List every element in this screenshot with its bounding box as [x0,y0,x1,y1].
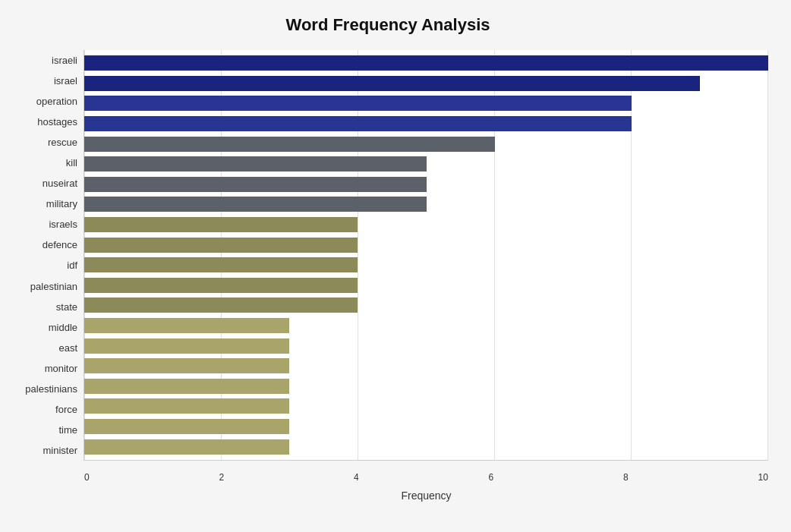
bar-row [84,378,768,395]
bar-row [84,75,768,92]
x-axis-title: Frequency [84,490,768,502]
bar-row [84,136,768,153]
bar [84,257,358,272]
bar [84,297,358,313]
y-label: israels [49,215,77,235]
x-tick: 6 [489,472,494,483]
bar [84,96,632,111]
bar-row [84,237,768,253]
bar [84,318,289,333]
bar-row [84,398,768,414]
y-label: force [55,399,77,419]
bar-row [84,156,768,172]
x-tick: 4 [354,472,359,483]
bar-row [84,418,768,435]
y-label: rescue [48,133,77,153]
bar-row [84,95,768,112]
y-label: military [46,194,77,214]
x-tick: 2 [219,472,225,483]
bar [84,177,427,192]
bar-row [84,257,768,273]
y-label: time [58,420,77,439]
bar [84,338,289,354]
bar [84,217,358,232]
y-label: palestinians [25,379,77,398]
bar [84,398,289,414]
bar-row [84,317,768,334]
x-tick: 8 [623,472,629,483]
y-label: kill [66,153,77,173]
bar [84,76,700,91]
bar-row [84,297,768,313]
y-label: idf [67,256,77,275]
bar [84,55,768,71]
y-label: israel [54,71,77,91]
y-label: operation [36,92,77,112]
bars-container [84,50,768,460]
y-label: palestinian [30,276,77,296]
bar-row [84,196,768,212]
y-label: east [58,338,77,357]
bar-row [84,338,768,354]
bar [84,197,427,212]
x-tick: 0 [84,472,90,483]
y-label: nuseirat [43,174,77,194]
bar [84,116,632,131]
x-tick: 10 [758,472,768,483]
y-axis: israeliisraeloperationhostagesrescuekill… [8,50,84,461]
plot-area: 0246810 Frequency [84,50,768,461]
chart-container: Word Frequency Analysis israeliisraelope… [0,0,791,532]
bar-row [84,216,768,233]
y-label: israeli [52,51,77,71]
bar-row [84,55,768,71]
y-label: minister [43,440,77,460]
bar [84,439,289,455]
bar-row [84,115,768,132]
bar-row [84,176,768,193]
bar [84,379,289,394]
y-label: defence [43,235,77,255]
bar [84,358,289,373]
y-label: middle [49,317,77,337]
bar [84,238,358,253]
x-axis-labels: 0246810 [84,472,768,483]
bar-row [84,439,768,455]
y-label: hostages [37,112,77,132]
bar [84,419,289,434]
bar [84,156,427,172]
chart-title: Word Frequency Analysis [8,15,768,35]
y-label: state [56,297,77,316]
bar [84,278,358,293]
bar [84,137,495,152]
y-label: monitor [45,358,77,378]
bar-row [84,277,768,294]
bar-row [84,357,768,374]
chart-area: israeliisraeloperationhostagesrescuekill… [8,50,768,461]
